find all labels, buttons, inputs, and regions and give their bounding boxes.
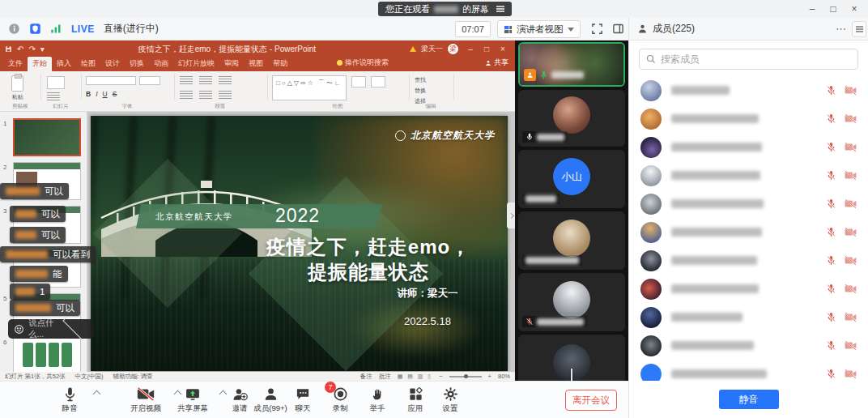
ppt-account-avatar[interactable]: 梁 [448,44,458,54]
ppt-minimize-button[interactable]: – [463,45,478,53]
mic-muted-icon[interactable] [826,198,836,209]
ppt-close-button[interactable]: × [496,45,510,53]
edit-group[interactable]: 查找 替换 选择 [415,75,426,106]
slide-thumbnail[interactable] [13,118,81,156]
member-row[interactable] [629,246,868,275]
zoom-out-button[interactable]: − [439,373,442,380]
share-screen-button[interactable]: 共享屏幕 [167,386,219,414]
zoom-in-button[interactable]: + [488,373,491,380]
slide-thumbnail[interactable] [13,337,81,375]
ppt-maximize-button[interactable]: □ [479,45,494,53]
emoji-icon[interactable] [14,324,24,335]
close-button[interactable]: × [844,0,865,18]
video-tile-speaker[interactable] [518,42,625,87]
mic-muted-icon[interactable] [826,113,836,124]
watching-banner[interactable]: 您正在观看 的屏幕 [378,2,512,16]
collapse-chat-icon[interactable] [62,318,85,340]
slide-thumbnail[interactable] [13,250,81,288]
fullscreen-icon[interactable] [591,23,603,35]
member-row[interactable] [629,331,868,360]
side-panel-toggle-icon[interactable] [612,23,624,35]
ribbon-tab[interactable]: 幻灯片放映 [173,57,219,71]
replace-button[interactable]: 替换 [415,85,426,96]
camera-muted-icon[interactable] [845,113,857,124]
arrange-icon[interactable] [351,76,366,87]
search-input[interactable] [661,53,851,65]
mic-muted-icon[interactable] [826,142,836,152]
redo-icon[interactable]: ↷ [28,45,35,53]
member-row[interactable] [629,161,868,190]
font-name-select[interactable] [86,76,136,85]
save-icon[interactable] [5,45,12,53]
mute-all-button[interactable]: 静音 [719,390,779,409]
indent-icon[interactable] [219,76,232,84]
camera-muted-icon[interactable] [845,170,857,181]
align-center-icon[interactable] [199,91,212,99]
ribbon-tab[interactable]: 文件 [3,57,28,71]
leave-meeting-button[interactable]: 离开会议 [565,390,617,411]
minimize-button[interactable]: – [802,0,823,18]
scroll-more-indicator[interactable] [571,369,572,380]
ribbon-tab[interactable]: 帮助 [268,57,292,71]
slide-layout-icon[interactable] [47,92,60,100]
slide-thumbnail[interactable] [13,162,81,200]
ribbon-tab[interactable]: 设计 [100,57,125,71]
panel-drag-handle[interactable] [852,21,866,37]
shapes-gallery[interactable]: □○△▽⇨☆ ⌒〜∟ [272,75,347,100]
member-row[interactable] [629,218,868,246]
slide-thumbnail[interactable] [13,206,81,244]
ppt-share-button[interactable]: 共享 [479,58,515,70]
ribbon-tab[interactable]: 视图 [244,57,268,71]
video-strip-collapse-handle[interactable] [507,203,515,228]
mute-button[interactable]: 静音 [44,386,96,414]
mic-muted-icon[interactable] [826,369,836,379]
bullet-list-icon[interactable] [180,76,193,84]
member-row[interactable] [629,104,868,133]
start-video-button[interactable]: 开启视频 [120,386,172,414]
mic-muted-icon[interactable] [826,170,836,181]
paste-label[interactable]: 粘贴 [6,93,29,101]
font-size-select[interactable] [139,76,160,85]
tell-me-search[interactable]: 操作说明搜索 [337,58,389,70]
camera-muted-icon[interactable] [845,227,857,237]
settings-button[interactable]: 设置 [424,386,476,414]
maximize-button[interactable]: □ [823,0,844,18]
camera-muted-icon[interactable] [845,312,857,322]
zoom-slider[interactable] [449,376,482,377]
video-tile[interactable] [518,211,625,270]
ribbon-tab[interactable]: 审阅 [219,57,244,71]
banner-menu-icon[interactable] [496,8,504,10]
member-row[interactable] [629,303,868,331]
undo-icon[interactable]: ↶ [17,45,23,53]
camera-muted-icon[interactable] [845,369,857,379]
ribbon-tab[interactable]: 切换 [125,57,149,71]
align-right-icon[interactable] [219,91,232,99]
info-icon[interactable] [8,23,20,35]
camera-muted-icon[interactable] [845,255,857,266]
video-tile[interactable] [518,335,625,381]
member-row[interactable] [629,76,868,104]
video-tile[interactable] [518,273,625,331]
member-row[interactable] [629,190,868,218]
view-mode-selector[interactable]: 演讲者视图 [497,20,581,38]
new-slide-icon[interactable] [47,76,65,89]
member-row[interactable] [629,360,868,381]
member-row[interactable] [629,275,868,303]
ribbon-tab[interactable]: 绘图 [76,57,100,71]
paste-icon[interactable] [11,75,23,92]
font-style-buttons[interactable]: BIUS [86,90,117,98]
camera-muted-icon[interactable] [845,142,857,152]
member-row[interactable] [629,133,868,161]
notes-button[interactable]: 备注 [360,373,372,381]
zoom-percent[interactable]: 80% [498,373,510,380]
mic-muted-icon[interactable] [826,227,836,237]
view-switcher-icons[interactable]: ▦ ▤ ▥ ▯ [398,373,433,380]
mic-muted-icon[interactable] [826,284,836,294]
ribbon-tab[interactable]: 插入 [52,57,76,71]
mic-muted-icon[interactable] [826,255,836,266]
mic-muted-icon[interactable] [826,340,836,351]
align-left-icon[interactable] [180,91,193,99]
comments-button[interactable]: 批注 [379,373,391,381]
find-button[interactable]: 查找 [415,75,426,85]
ribbon-tab[interactable]: 动画 [149,57,173,71]
